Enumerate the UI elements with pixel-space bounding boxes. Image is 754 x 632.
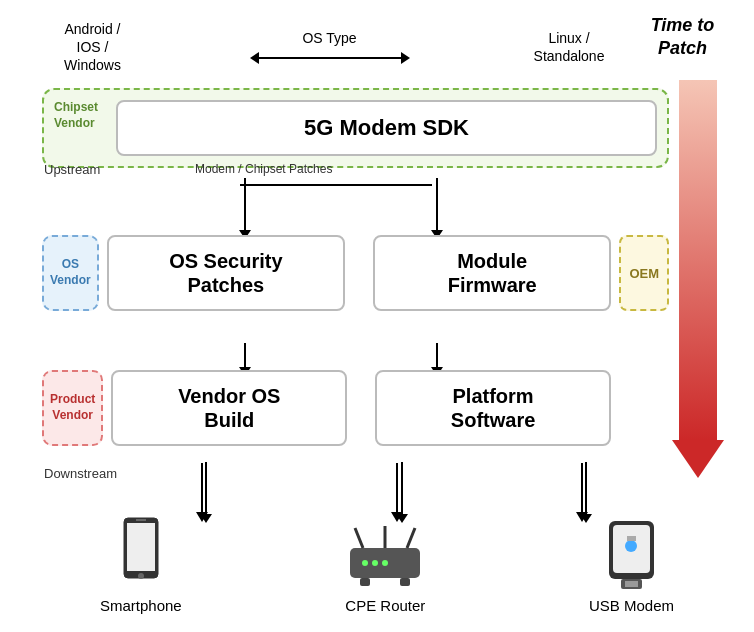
svg-point-24 [625, 540, 637, 552]
cpe-router-item: CPE Router [345, 526, 425, 614]
svg-rect-19 [400, 578, 410, 586]
svg-point-9 [138, 573, 144, 579]
svg-rect-8 [127, 523, 155, 571]
module-firmware-box: ModuleFirmware [373, 235, 611, 311]
vendor-os-build-box: Vendor OSBuild [111, 370, 347, 446]
product-vendor-label: ProductVendor [50, 392, 95, 423]
time-to-patch-arrow [672, 80, 724, 478]
smartphone-item: Smartphone [100, 516, 182, 614]
oem-box: OEM [619, 235, 669, 311]
arrow-head-left-icon [250, 52, 259, 64]
linux-label: Linux /Standalone [529, 29, 609, 65]
os-vendor-label: OSVendor [50, 257, 91, 288]
android-label: Android /IOS /Windows [55, 20, 130, 75]
svg-point-17 [382, 560, 388, 566]
arrow-to-usb [580, 462, 592, 523]
product-vendor-box: ProductVendor [42, 370, 103, 446]
downstream-label: Downstream [44, 466, 117, 481]
oem-label: OEM [629, 266, 659, 281]
platform-software-box: PlatformSoftware [375, 370, 611, 446]
arrow-line-horizontal [259, 57, 401, 59]
svg-point-15 [362, 560, 368, 566]
cpe-router-icon [345, 526, 425, 591]
arrow-sdk-to-os [239, 178, 251, 239]
upstream-label: Upstream [44, 162, 100, 177]
smartphone-label: Smartphone [100, 597, 182, 614]
diagram: Android /IOS /Windows OS Type Linux /Sta… [0, 0, 754, 632]
usb-modem-icon [599, 516, 664, 591]
chipset-vendor-wrapper: ChipsetVendor 5G Modem SDK [42, 88, 669, 168]
modem-patches-label: Modem / Chipset Patches [195, 162, 332, 176]
svg-rect-25 [627, 536, 636, 541]
svg-rect-18 [360, 578, 370, 586]
smartphone-icon [116, 516, 166, 591]
time-to-patch-label: Time toPatch [625, 14, 740, 61]
chipset-vendor-label: ChipsetVendor [54, 100, 98, 131]
cpe-router-label: CPE Router [345, 597, 425, 614]
svg-rect-23 [625, 581, 638, 587]
usb-modem-item: USB Modem [589, 516, 674, 614]
usb-modem-label: USB Modem [589, 597, 674, 614]
arrow-to-cpe [396, 462, 408, 523]
svg-line-12 [355, 528, 363, 548]
os-security-patches-box: OS SecurityPatches [107, 235, 345, 311]
os-vendor-box: OSVendor [42, 235, 99, 311]
os-type-label: OS Type [302, 30, 356, 46]
product-row: ProductVendor Vendor OSBuild PlatformSof… [42, 370, 669, 446]
modem-sdk-box: 5G Modem SDK [116, 100, 657, 156]
arrow-head-right-icon [401, 52, 410, 64]
svg-line-14 [407, 528, 415, 548]
svg-point-16 [372, 560, 378, 566]
arrow-sdk-to-module [431, 178, 443, 239]
os-row: OSVendor OS SecurityPatches ModuleFirmwa… [42, 235, 669, 311]
devices-row: Smartphone CPE Router [100, 516, 674, 614]
arrow-to-smartphone [200, 462, 212, 523]
